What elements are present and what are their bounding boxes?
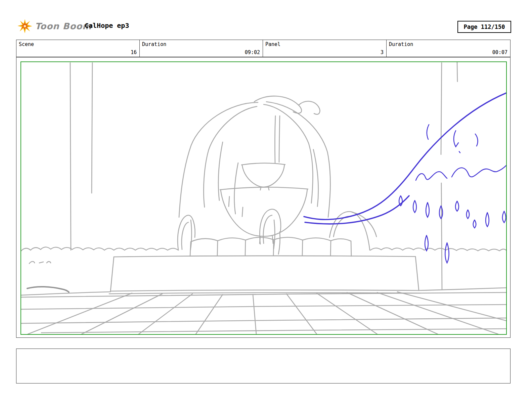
fountain-jets-sketch [178, 209, 376, 254]
storyboard-page: Toon Boom CalHope ep3 Page 112/150 Scene… [0, 0, 532, 411]
panel-value: 3 [381, 49, 384, 55]
panel-duration-cell: Duration 00:07 [387, 40, 510, 57]
caption-box [16, 349, 511, 383]
panel-drawing [21, 62, 506, 334]
fountain-spray-sketch [179, 96, 330, 217]
scene-duration-label: Duration [142, 41, 166, 47]
blue-ink-splash [304, 93, 506, 263]
scene-duration-value: 09:02 [245, 49, 260, 55]
project-title: CalHope ep3 [85, 21, 129, 30]
background-columns-sketch [70, 62, 457, 289]
camera-frame-border [20, 61, 507, 335]
toonboom-starburst-icon [17, 19, 32, 34]
scene-duration-cell: Duration 09:02 [140, 40, 263, 57]
panel-info-bar: Scene 16 Duration 09:02 Panel 3 Duration… [16, 40, 511, 57]
toonboom-logo: Toon Boom [17, 19, 92, 34]
panel-duration-label: Duration [389, 41, 413, 47]
floor-tiles-sketch [21, 287, 506, 334]
panel-number-cell: Panel 3 [263, 40, 387, 57]
page-number-label: Page 112/150 [464, 24, 505, 30]
hedge-line-sketch [21, 247, 506, 264]
toonboom-logo-text: Toon Boom [35, 21, 92, 31]
fountain-base-sketch [109, 256, 420, 294]
panel-duration-value: 00:07 [492, 49, 507, 55]
scene-label: Scene [19, 41, 34, 47]
page-number-badge: Page 112/150 [457, 21, 511, 33]
storyboard-panel [16, 57, 511, 338]
panel-label: Panel [265, 41, 280, 47]
scene-cell: Scene 16 [16, 40, 140, 57]
scene-value: 16 [131, 49, 137, 55]
